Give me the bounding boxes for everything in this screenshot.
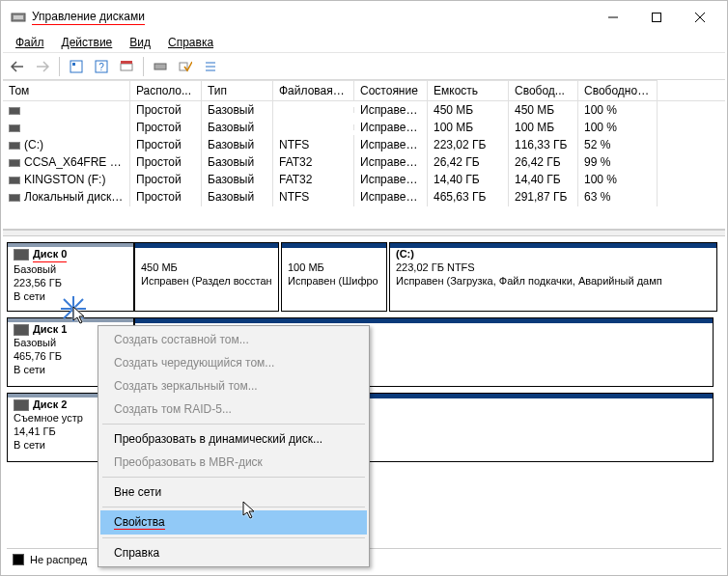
context-menu: Создать составной том...Создать чередующ… [98, 325, 370, 567]
svg-rect-12 [154, 64, 166, 69]
svg-rect-10 [121, 64, 132, 70]
context-menu-item: Создать составной том... [100, 328, 367, 351]
volume-row[interactable]: CCSA_X64FRE (G:)ПростойБазовыйFAT32Испра… [3, 153, 725, 171]
svg-rect-7 [72, 63, 75, 66]
volume-row[interactable]: Локальный диск (...ПростойБазовыйNTFSИсп… [3, 188, 725, 206]
volume-row[interactable]: KINGSTON (F:)ПростойБазовыйFAT32Исправен… [3, 171, 725, 188]
col-state[interactable]: Состояние [354, 80, 428, 100]
svg-rect-1 [14, 15, 23, 19]
disk-partition[interactable]: (C:)223,02 ГБ NTFSИсправен (Загрузка, Фа… [389, 242, 717, 312]
context-menu-item[interactable]: Вне сети [100, 480, 367, 504]
forward-button[interactable] [32, 56, 53, 77]
disk-header[interactable]: Диск 0Базовый223,56 ГБВ сети [7, 242, 134, 312]
context-menu-item[interactable]: Свойства [100, 510, 367, 535]
volume-row[interactable]: ПростойБазовыйИсправен...450 МБ450 МБ100… [3, 101, 725, 119]
window-title: Управление дисками [32, 10, 591, 25]
legend-label: Не распред [30, 554, 87, 565]
menu-action[interactable]: Действие [55, 34, 120, 51]
volume-row[interactable]: (C:)ПростойБазовыйNTFSИсправен...223,02 … [3, 136, 725, 153]
disk-button[interactable] [150, 56, 171, 77]
col-free[interactable]: Свобод... [509, 80, 578, 100]
context-menu-item: Создать чередующийся том... [100, 351, 367, 374]
col-freepct[interactable]: Свободно % [578, 80, 658, 100]
app-icon [11, 10, 26, 25]
help-button[interactable]: ? [91, 56, 112, 77]
disk-row: Диск 0Базовый223,56 ГБВ сети 450 МБИспра… [7, 242, 721, 312]
titlebar: Управление дисками [3, 3, 725, 32]
menubar: Файл Действие Вид Справка [3, 32, 725, 53]
volume-row[interactable]: ПростойБазовыйИсправен...100 МБ100 МБ100… [3, 119, 725, 136]
minimize-button[interactable] [591, 4, 634, 31]
context-menu-item[interactable]: Преобразовать в динамический диск... [100, 427, 367, 451]
col-volume[interactable]: Том [3, 80, 130, 100]
menu-help[interactable]: Справка [161, 34, 220, 51]
col-layout[interactable]: Располо... [130, 80, 202, 100]
volume-list-header: Том Располо... Тип Файловая с... Состоян… [3, 80, 725, 101]
svg-rect-3 [652, 14, 660, 22]
menu-view[interactable]: Вид [123, 34, 157, 51]
col-type[interactable]: Тип [202, 80, 273, 100]
svg-text:?: ? [98, 62, 104, 72]
refresh-button[interactable] [66, 56, 87, 77]
col-capacity[interactable]: Емкость [428, 80, 509, 100]
context-menu-item: Преобразовать в MBR-диск [100, 451, 367, 474]
maximize-button[interactable] [634, 4, 678, 31]
col-filesystem[interactable]: Файловая с... [273, 80, 354, 100]
context-menu-item: Создать зеркальный том... [100, 374, 367, 398]
disk-partition[interactable]: 450 МБИсправен (Раздел восстан [134, 242, 279, 312]
context-menu-item[interactable]: Справка [100, 541, 367, 564]
svg-rect-11 [121, 61, 132, 64]
settings-button[interactable] [116, 56, 137, 77]
legend-swatch [13, 554, 24, 565]
close-button[interactable] [678, 4, 721, 31]
back-button[interactable] [7, 56, 28, 77]
check-button[interactable] [175, 56, 196, 77]
list-button[interactable] [200, 56, 221, 77]
disk-partition[interactable]: 100 МБИсправен (Шифро [281, 242, 387, 312]
svg-rect-6 [70, 61, 82, 72]
volume-list[interactable]: Том Располо... Тип Файловая с... Состоян… [3, 80, 725, 231]
menu-file[interactable]: Файл [9, 34, 51, 51]
context-menu-item: Создать том RAID-5... [100, 398, 367, 421]
toolbar: ? [3, 53, 725, 80]
